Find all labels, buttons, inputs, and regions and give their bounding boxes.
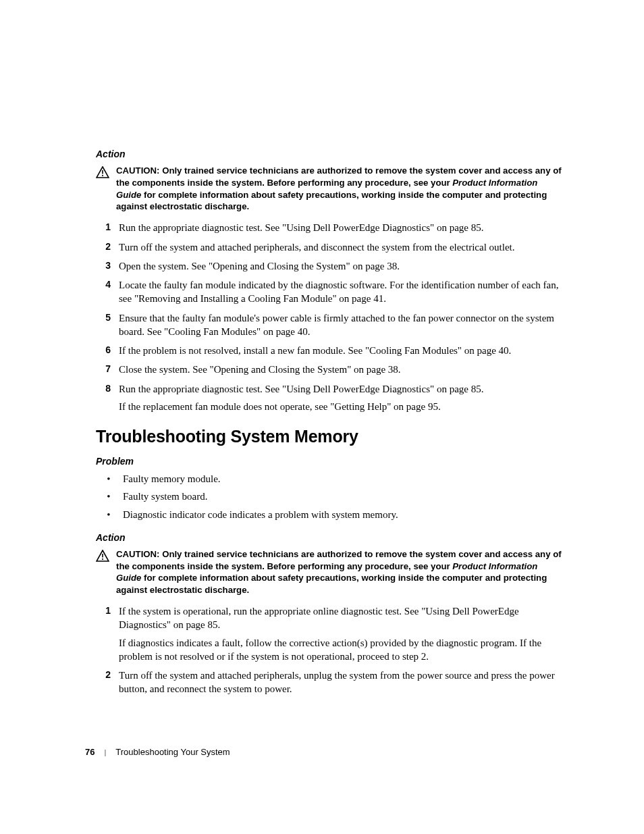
- step-text: If the problem is not resolved, install …: [119, 344, 564, 357]
- page-number: 76: [85, 747, 95, 757]
- step-number: 6: [96, 344, 111, 357]
- problem-text: Faulty memory module.: [123, 472, 221, 486]
- step-number: 1: [96, 221, 111, 234]
- caution-label: CAUTION:: [116, 165, 159, 176]
- list-item: •Diagnostic indicator code indicates a p…: [96, 508, 564, 521]
- caution-icon: [96, 166, 109, 181]
- page-content: Action CAUTION: Only trained service tec…: [0, 0, 644, 696]
- step-item: 1Run the appropriate diagnostic test. Se…: [96, 221, 564, 234]
- step-body: If the system is operational, run the ap…: [119, 604, 564, 663]
- caution-label: CAUTION:: [116, 549, 159, 559]
- action-subhead-1: Action: [96, 149, 564, 159]
- step-extra: If diagnostics indicates a fault, follow…: [119, 636, 564, 664]
- step-text: Ensure that the faulty fan module's powe…: [119, 311, 564, 339]
- caution-icon: [96, 550, 109, 565]
- step-item: 7Close the system. See "Opening and Clos…: [96, 363, 564, 376]
- step-item: 8Run the appropriate diagnostic test. Se…: [96, 382, 564, 414]
- step-text: Turn off the system and attached periphe…: [119, 669, 564, 696]
- problem-list: •Faulty memory module. •Faulty system bo…: [96, 472, 564, 521]
- step-item: 2Turn off the system and attached periph…: [96, 669, 564, 696]
- chapter-title: Troubleshooting Your System: [115, 747, 230, 757]
- bullet-icon: •: [101, 490, 116, 503]
- caution-block-2: CAUTION: Only trained service technician…: [96, 548, 564, 596]
- footer-separator: |: [104, 748, 106, 756]
- step-number: 5: [96, 311, 111, 339]
- bullet-icon: •: [101, 508, 116, 521]
- problem-text: Faulty system board.: [123, 490, 207, 503]
- problem-subhead: Problem: [96, 456, 564, 467]
- section-heading: Troubleshooting System Memory: [96, 427, 564, 446]
- step-number: 8: [96, 382, 111, 414]
- action-steps-2: 1If the system is operational, run the a…: [96, 604, 564, 696]
- step-number: 1: [96, 604, 111, 663]
- step-item: 5Ensure that the faulty fan module's pow…: [96, 311, 564, 339]
- caution-text-1: CAUTION: Only trained service technician…: [116, 165, 564, 213]
- caution-body-b: for complete information about safety pr…: [116, 573, 547, 595]
- step-number: 2: [96, 240, 111, 254]
- caution-text-2: CAUTION: Only trained service technician…: [116, 548, 564, 596]
- page-footer: 76 | Troubleshooting Your System: [85, 747, 230, 757]
- step-number: 4: [96, 278, 111, 306]
- list-item: •Faulty system board.: [96, 490, 564, 503]
- step-text: Turn off the system and attached periphe…: [119, 240, 564, 254]
- step-item: 1If the system is operational, run the a…: [96, 604, 564, 663]
- step-item: 3Open the system. See "Opening and Closi…: [96, 259, 564, 273]
- problem-text: Diagnostic indicator code indicates a pr…: [123, 508, 398, 521]
- step-number: 3: [96, 259, 111, 273]
- action-steps-1: 1Run the appropriate diagnostic test. Se…: [96, 221, 564, 413]
- action-subhead-2: Action: [96, 532, 564, 543]
- svg-point-2: [102, 175, 103, 176]
- step-item: 4Locate the faulty fan module indicated …: [96, 278, 564, 306]
- svg-point-5: [102, 558, 103, 560]
- step-text: Close the system. See "Opening and Closi…: [119, 363, 564, 376]
- list-item: •Faulty memory module.: [96, 472, 564, 486]
- step-text: Run the appropriate diagnostic test. See…: [119, 384, 483, 394]
- bullet-icon: •: [101, 472, 116, 486]
- step-body: Run the appropriate diagnostic test. See…: [119, 382, 564, 414]
- step-text: Open the system. See "Opening and Closin…: [119, 259, 564, 273]
- step-extra: If the replacement fan module does not o…: [119, 400, 564, 413]
- step-number: 2: [96, 669, 111, 696]
- step-text: Run the appropriate diagnostic test. See…: [119, 221, 564, 234]
- step-item: 6If the problem is not resolved, install…: [96, 344, 564, 357]
- caution-body-b: for complete information about safety pr…: [116, 190, 547, 212]
- step-item: 2Turn off the system and attached periph…: [96, 240, 564, 254]
- step-number: 7: [96, 363, 111, 376]
- step-text: Locate the faulty fan module indicated b…: [119, 278, 564, 306]
- step-text: If the system is operational, run the ap…: [119, 606, 519, 630]
- caution-block-1: CAUTION: Only trained service technician…: [96, 165, 564, 213]
